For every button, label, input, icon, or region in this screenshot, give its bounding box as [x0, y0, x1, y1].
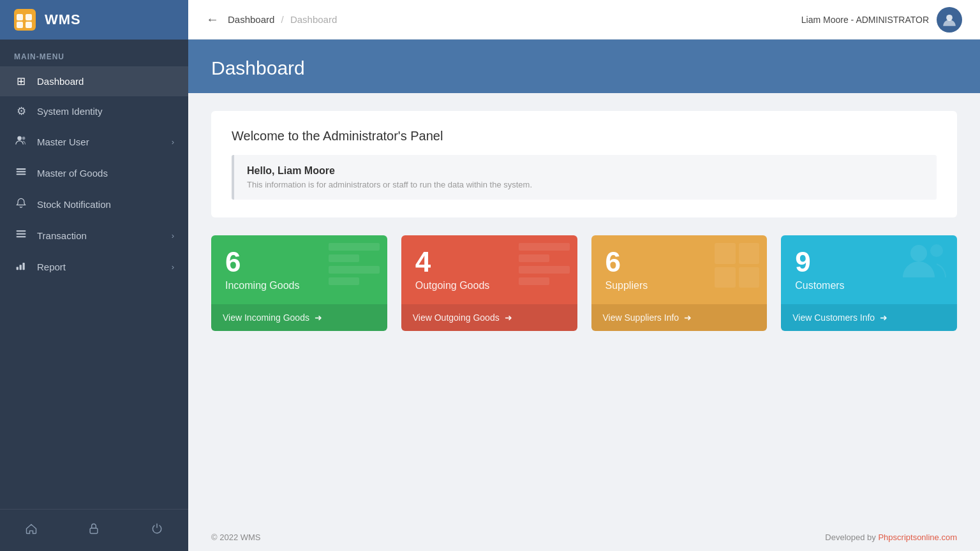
bell-icon [14, 197, 28, 212]
svg-rect-2 [26, 14, 32, 20]
wms-logo [13, 8, 37, 32]
svg-point-6 [22, 136, 26, 140]
svg-point-5 [17, 136, 22, 140]
svg-rect-13 [17, 267, 19, 270]
incoming-goods-icon [329, 243, 380, 285]
customers-icon [900, 240, 951, 284]
footer-copyright: © 2022 WMS [211, 533, 261, 542]
stat-card-customers: 9 Customers Vie [781, 235, 957, 331]
sidebar-bottom [0, 509, 188, 551]
stat-label-customers: Customers [795, 280, 844, 291]
stat-label-outgoing: Outgoing Goods [415, 280, 490, 291]
lock-icon[interactable] [77, 518, 110, 542]
footer-dev: Developed by Phpscriptsonline.com [825, 533, 957, 542]
svg-rect-7 [17, 168, 26, 170]
svg-rect-14 [20, 265, 22, 270]
svg-rect-16 [91, 528, 98, 533]
svg-rect-12 [17, 236, 26, 237]
topbar: ← Dashboard / Dashboard Liam Moore - ADM… [188, 0, 980, 40]
username-label: Liam Moore - ADMINISTRATOR [801, 15, 929, 25]
dashboard-icon: ⊞ [14, 75, 28, 88]
welcome-heading: Welcome to the Administrator's Panel [232, 129, 937, 143]
sidebar-item-dashboard[interactable]: ⊞ Dashboard [0, 66, 188, 96]
sidebar-item-label: System Identity [37, 106, 103, 117]
sidebar-item-label: Stock Notification [37, 199, 111, 210]
main-content: ← Dashboard / Dashboard Liam Moore - ADM… [188, 0, 980, 551]
app-title: WMS [45, 11, 81, 28]
sidebar-item-master-of-goods[interactable]: Master of Goods [0, 158, 188, 189]
home-icon[interactable] [15, 518, 48, 542]
gear-icon: ⚙ [14, 105, 28, 118]
stat-card-top: 4 Outgoing Goods [401, 235, 577, 304]
arrow-icon: ➜ [880, 312, 887, 323]
svg-rect-1 [17, 14, 23, 20]
chevron-icon: › [172, 137, 174, 147]
welcome-card: Welcome to the Administrator's Panel Hel… [211, 111, 957, 217]
chevron-icon: › [172, 231, 174, 240]
view-outgoing-goods-button[interactable]: View Outgoing Goods ➜ [401, 304, 577, 331]
outgoing-goods-icon [519, 243, 570, 285]
chevron-icon: › [172, 262, 174, 272]
breadcrumb-current: Dashboard [290, 14, 337, 25]
stat-card-top: 6 Incoming Goods [211, 235, 387, 304]
content-area: Dashboard Welcome to the Administrator's… [188, 40, 980, 551]
stat-card-outgoing-goods: 4 Outgoing Goods [401, 235, 577, 331]
sidebar-item-system-identity[interactable]: ⚙ System Identity [0, 96, 188, 126]
svg-rect-8 [17, 171, 26, 172]
topbar-user: Liam Moore - ADMINISTRATOR [801, 7, 962, 33]
stat-card-suppliers: 6 Suppliers Vie [591, 235, 768, 331]
footer-dev-link[interactable]: Phpscriptsonline.com [878, 533, 957, 542]
svg-point-18 [910, 245, 927, 261]
users-icon [14, 135, 28, 149]
sidebar-item-label: Transaction [37, 230, 87, 241]
stat-label-suppliers: Suppliers [605, 280, 648, 291]
svg-rect-4 [26, 22, 32, 28]
report-icon [14, 260, 28, 274]
footer: © 2022 WMS Developed by Phpscriptsonline… [188, 524, 980, 551]
svg-rect-10 [17, 230, 26, 231]
svg-rect-3 [17, 22, 23, 28]
sidebar-header: WMS [0, 0, 188, 40]
svg-rect-11 [17, 233, 26, 235]
breadcrumb-root[interactable]: Dashboard [228, 14, 274, 25]
suppliers-icon [715, 243, 759, 288]
hello-desc: This information is for administrators o… [247, 180, 924, 189]
back-button[interactable]: ← [206, 12, 219, 27]
view-label: View Suppliers Info [603, 312, 679, 323]
stat-number-customers: 9 [795, 248, 810, 276]
sidebar-item-label: Dashboard [37, 76, 84, 87]
view-incoming-goods-button[interactable]: View Incoming Goods ➜ [211, 304, 387, 331]
power-icon[interactable] [140, 518, 174, 542]
goods-icon [14, 166, 28, 180]
breadcrumb-separator: / [281, 14, 284, 25]
arrow-icon: ➜ [684, 312, 692, 323]
stat-number-outgoing: 4 [415, 248, 431, 276]
sidebar-item-report[interactable]: Report › [0, 251, 188, 283]
sidebar-item-stock-notification[interactable]: Stock Notification [0, 189, 188, 220]
svg-rect-15 [22, 263, 24, 270]
svg-point-19 [930, 244, 943, 257]
view-label: View Incoming Goods [223, 312, 309, 323]
content-header: Dashboard [188, 40, 980, 93]
sidebar-item-label: Report [37, 261, 66, 272]
arrow-icon: ➜ [315, 312, 322, 323]
sidebar-item-transaction[interactable]: Transaction › [0, 220, 188, 251]
hello-name: Hello, Liam Moore [247, 165, 924, 177]
view-suppliers-button[interactable]: View Suppliers Info ➜ [591, 304, 768, 331]
page-title: Dashboard [211, 57, 957, 79]
breadcrumb: Dashboard / Dashboard [228, 14, 337, 25]
view-customers-button[interactable]: View Customers Info ➜ [781, 304, 957, 331]
sidebar-item-master-user[interactable]: Master User › [0, 126, 188, 158]
stats-row: 6 Incoming Goods [211, 235, 957, 331]
sidebar-item-label: Master User [37, 136, 89, 147]
stat-number-incoming: 6 [225, 248, 241, 276]
stat-number-suppliers: 6 [605, 248, 621, 276]
transaction-icon [14, 228, 28, 243]
user-avatar[interactable] [937, 7, 962, 33]
stat-card-incoming-goods: 6 Incoming Goods [211, 235, 387, 331]
view-label: View Customers Info [792, 312, 875, 323]
arrow-icon: ➜ [505, 312, 512, 323]
sidebar: WMS Main-Menu ⊞ Dashboard ⚙ System Ident… [0, 0, 188, 551]
stat-card-top: 6 Suppliers [591, 235, 768, 304]
stat-label-incoming: Incoming Goods [225, 280, 300, 291]
